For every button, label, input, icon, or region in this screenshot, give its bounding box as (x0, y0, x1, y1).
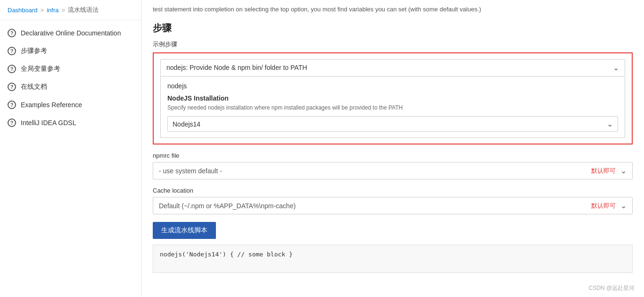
question-icon-global-vars: ? (8, 65, 16, 73)
nodejs-version-select[interactable]: Nodejs14 ⌄ (167, 116, 618, 132)
sidebar: Dashboard > infra > 流水线语法 ? Declarative … (0, 0, 141, 297)
dropdown-item-title: NodeJS Installation (167, 94, 618, 102)
sidebar-item-intellij[interactable]: ? IntelliJ IDEA GDSL (0, 114, 141, 132)
sidebar-item-global-vars[interactable]: ? 全局变量参考 (0, 60, 141, 78)
question-icon-online-docs: ? (8, 83, 16, 91)
sidebar-item-label-intellij: IntelliJ IDEA GDSL (21, 119, 76, 127)
npmrc-annotation: 默认即可 (591, 167, 616, 175)
dropdown-item-name: nodejs (167, 82, 618, 90)
sidebar-item-label-global-vars: 全局变量参考 (21, 65, 60, 73)
chevron-down-icon: ⌄ (613, 63, 619, 72)
watermark: CSDN @远赴星河 (588, 284, 635, 292)
npmrc-label: npmrc file (153, 152, 633, 159)
sidebar-item-label-declarative: Declarative Online Documentation (21, 29, 121, 37)
breadcrumb: Dashboard > infra > 流水线语法 (0, 0, 141, 20)
generate-button[interactable]: 生成流水线脚本 (153, 222, 216, 239)
breadcrumb-infra[interactable]: infra (47, 7, 58, 14)
chevron-down-icon-version: ⌄ (607, 119, 613, 128)
sidebar-item-online-docs[interactable]: ? 在线文档 (0, 78, 141, 96)
npmrc-value: - use system default - (159, 167, 591, 175)
dropdown-panel: nodejs NodeJS Installation Specify neede… (160, 76, 625, 138)
breadcrumb-sep-1: > (41, 7, 44, 14)
step-box: nodejs: Provide Node & npm bin/ folder t… (153, 52, 633, 145)
top-description: test statement into completion on select… (153, 0, 633, 22)
cache-label: Cache location (153, 187, 633, 194)
steps-section-title: 步骤 (153, 22, 633, 34)
step-selector[interactable]: nodejs: Provide Node & npm bin/ folder t… (160, 59, 625, 76)
question-icon-steps: ? (8, 47, 16, 55)
sidebar-item-examples[interactable]: ? Examples Reference (0, 96, 141, 114)
sidebar-item-label-online-docs: 在线文档 (21, 83, 47, 91)
npmrc-field-group: npmrc file - use system default - 默认即可 ⌄ (153, 152, 633, 179)
breadcrumb-sep-2: > (62, 7, 66, 14)
cache-annotation: 默认即可 (591, 202, 616, 210)
sidebar-menu: ? Declarative Online Documentation ? 步骤参… (0, 20, 141, 136)
main-content: test statement into completion on select… (141, 0, 644, 297)
npmrc-select[interactable]: - use system default - 默认即可 ⌄ (153, 162, 633, 179)
breadcrumb-current: 流水线语法 (68, 6, 99, 14)
sidebar-item-declarative[interactable]: ? Declarative Online Documentation (0, 24, 141, 42)
step-selector-label: nodejs: Provide Node & npm bin/ folder t… (166, 64, 613, 71)
breadcrumb-dashboard[interactable]: Dashboard (8, 7, 38, 14)
code-block: nodejs('Nodejs14') { // some block } (153, 245, 633, 273)
nodejs-version-label: Nodejs14 (173, 120, 607, 128)
sidebar-item-label-examples: Examples Reference (21, 101, 82, 109)
cache-select[interactable]: Default (~/.npm or %APP_DATA%\npm-cache)… (153, 197, 633, 214)
chevron-down-icon-npmrc: ⌄ (620, 166, 627, 175)
chevron-down-icon-cache: ⌄ (620, 201, 627, 210)
sub-section-label: 示例步骤 (153, 40, 633, 49)
question-icon-examples: ? (8, 101, 16, 109)
cache-field-group: Cache location Default (~/.npm or %APP_D… (153, 187, 633, 214)
sidebar-item-steps[interactable]: ? 步骤参考 (0, 42, 141, 60)
question-icon-declarative: ? (8, 29, 16, 37)
question-icon-intellij: ? (8, 119, 16, 127)
cache-value: Default (~/.npm or %APP_DATA%\npm-cache) (159, 202, 591, 210)
sidebar-item-label-steps: 步骤参考 (21, 47, 47, 55)
dropdown-item-desc: Specify needed nodejs installation where… (167, 104, 618, 112)
